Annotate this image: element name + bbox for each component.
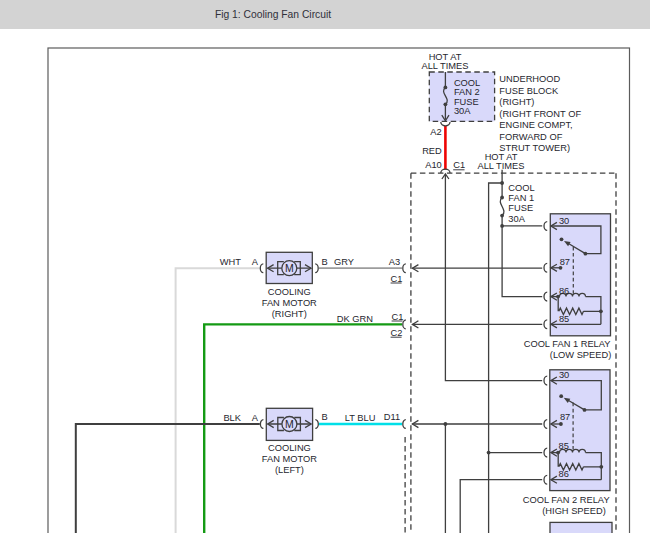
svg-text:FUSE: FUSE	[508, 203, 533, 213]
svg-text:A3: A3	[389, 257, 400, 267]
svg-text:FORWARD OF: FORWARD OF	[499, 132, 562, 142]
svg-text:COOL FAN 1 RELAY: COOL FAN 1 RELAY	[524, 339, 611, 349]
svg-text:COOLING: COOLING	[268, 443, 311, 453]
svg-text:FUSE BLOCK: FUSE BLOCK	[499, 86, 559, 96]
svg-text:30A: 30A	[508, 214, 525, 224]
svg-text:(LEFT): (LEFT)	[275, 465, 304, 475]
svg-text:C1: C1	[391, 274, 403, 284]
svg-text:GRY: GRY	[334, 257, 354, 267]
svg-text:COOL: COOL	[454, 78, 480, 88]
svg-text:FAN MOTOR: FAN MOTOR	[262, 454, 317, 464]
svg-text:FAN 2: FAN 2	[454, 87, 480, 97]
svg-text:DK GRN: DK GRN	[337, 314, 373, 324]
svg-text:87: 87	[560, 257, 570, 267]
svg-text:RED: RED	[422, 146, 442, 156]
svg-text:C2: C2	[391, 328, 403, 338]
svg-text:COOL: COOL	[508, 183, 534, 193]
svg-text:M: M	[285, 262, 294, 274]
svg-text:85: 85	[559, 441, 569, 451]
svg-text:M: M	[285, 418, 294, 430]
svg-text:(RIGHT): (RIGHT)	[499, 97, 534, 107]
svg-text:ALL TIMES: ALL TIMES	[421, 61, 468, 71]
svg-text:(LOW SPEED): (LOW SPEED)	[550, 350, 611, 360]
svg-text:85: 85	[559, 314, 569, 324]
svg-text:(RIGHT FRONT OF: (RIGHT FRONT OF	[499, 109, 581, 119]
svg-text:A2: A2	[430, 127, 441, 137]
svg-text:ENGINE COMPT,: ENGINE COMPT,	[499, 120, 572, 130]
svg-text:COOL FAN 2 RELAY: COOL FAN 2 RELAY	[523, 495, 610, 505]
svg-text:(RIGHT): (RIGHT)	[272, 309, 307, 319]
svg-text:FUSE: FUSE	[454, 97, 479, 107]
svg-text:30: 30	[559, 370, 569, 380]
svg-text:ALL TIMES: ALL TIMES	[477, 161, 524, 171]
svg-text:LT BLU: LT BLU	[345, 413, 376, 423]
svg-text:WHT: WHT	[220, 257, 241, 267]
svg-text:UNDERHOOD: UNDERHOOD	[499, 74, 560, 84]
svg-text:86: 86	[559, 286, 569, 296]
svg-text:B: B	[322, 257, 328, 267]
svg-text:A: A	[252, 257, 259, 267]
svg-text:C1: C1	[392, 312, 404, 322]
svg-text:B: B	[322, 412, 328, 422]
svg-text:FAN MOTOR: FAN MOTOR	[262, 298, 317, 308]
svg-text:(HIGH SPEED): (HIGH SPEED)	[542, 506, 606, 516]
svg-text:FAN 1: FAN 1	[508, 193, 534, 203]
svg-text:86: 86	[559, 469, 569, 479]
svg-text:87: 87	[560, 412, 570, 422]
svg-text:A10: A10	[425, 160, 442, 170]
svg-text:BLK: BLK	[223, 413, 241, 423]
svg-text:30: 30	[559, 216, 569, 226]
svg-text:C1: C1	[453, 160, 465, 170]
svg-text:COOLING: COOLING	[268, 287, 311, 297]
svg-text:A: A	[252, 413, 259, 423]
svg-text:30A: 30A	[454, 106, 471, 116]
svg-text:D11: D11	[384, 412, 400, 422]
